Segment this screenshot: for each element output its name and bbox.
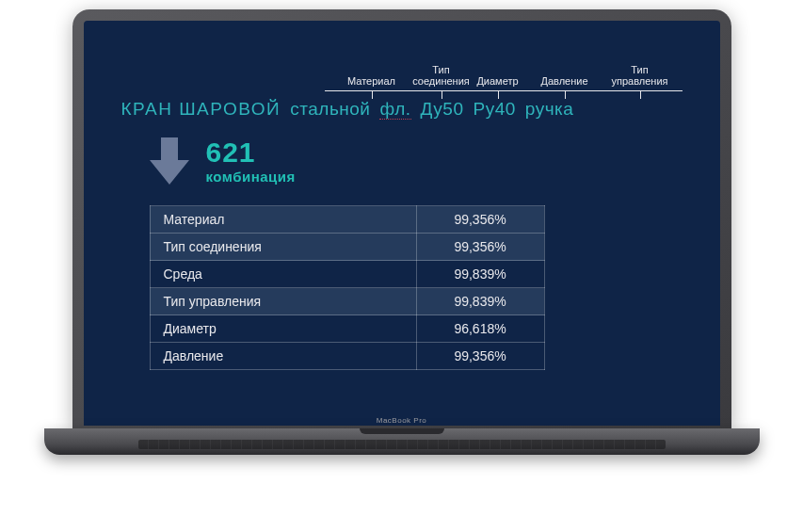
stats-table: Материал99,356%Тип соединения99,356%Сред…: [150, 205, 545, 370]
anno-control: Тип управления: [612, 64, 668, 87]
arrow-down-icon: [150, 137, 189, 185]
stat-label: Диаметр: [150, 315, 416, 343]
table-row: Среда99,839%: [150, 261, 544, 288]
combo-text: 621 комбинация: [206, 137, 296, 185]
stat-value: 99,839%: [416, 288, 544, 315]
table-row: Тип соединения99,356%: [150, 234, 544, 261]
product-title: КРАН ШАРОВОЙ: [121, 99, 281, 120]
combo-row: 621 комбинация: [150, 137, 683, 185]
table-row: Тип управления99,839%: [150, 288, 544, 315]
title-row: КРАН ШАРОВОЙ стальной фл. Ду50 Ру40 ручк…: [121, 99, 683, 120]
laptop-bezel: Материал Тип соединения Диаметр Давление…: [72, 9, 731, 428]
stat-value: 99,356%: [416, 206, 544, 234]
laptop-base: [44, 428, 760, 455]
spec-control: ручка: [525, 99, 574, 120]
anno-material: Материал: [347, 75, 395, 87]
screen-content: Материал Тип соединения Диаметр Давление…: [84, 21, 720, 426]
stat-value: 96,618%: [416, 315, 544, 343]
spec-diameter: Ду50: [421, 99, 464, 120]
stat-value: 99,839%: [416, 261, 544, 288]
table-row: Давление99,356%: [150, 343, 544, 370]
stat-label: Среда: [150, 261, 416, 288]
spec-material: стальной: [290, 99, 370, 120]
anno-pressure: Давление: [540, 75, 587, 87]
anno-diameter: Диаметр: [476, 75, 518, 87]
laptop-mockup: Материал Тип соединения Диаметр Давление…: [44, 9, 760, 455]
anno-connection: Тип соединения: [412, 64, 470, 87]
spec-connection: фл.: [379, 99, 410, 120]
laptop-notch: [360, 428, 444, 434]
annotation-row: Материал Тип соединения Диаметр Давление…: [310, 49, 683, 90]
table-row: Диаметр96,618%: [150, 315, 544, 343]
combo-word: комбинация: [206, 169, 296, 185]
stat-value: 99,356%: [416, 234, 544, 261]
table-row: Материал99,356%: [150, 206, 544, 234]
stat-label: Тип управления: [150, 288, 416, 315]
spec-pressure: Ру40: [473, 99, 515, 120]
stat-value: 99,356%: [416, 343, 544, 370]
stat-label: Материал: [150, 206, 416, 234]
stat-label: Давление: [150, 343, 416, 370]
combo-number: 621: [206, 137, 296, 169]
stat-label: Тип соединения: [150, 234, 416, 261]
annotation-lines: [310, 90, 683, 91]
keyboard-hint: [138, 440, 666, 449]
